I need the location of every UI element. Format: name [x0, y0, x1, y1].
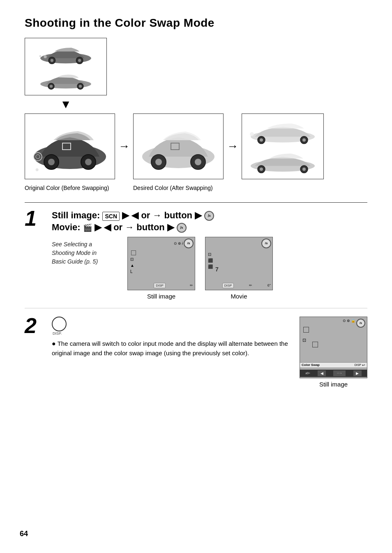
s2-ctrl-right: ▶ [353, 370, 362, 376]
still-bottom-bar: DISP ✏ [129, 283, 193, 288]
still-icon3: i [182, 241, 183, 245]
svg-point-35 [260, 168, 263, 171]
svg-point-32 [250, 132, 254, 137]
movie-bottom-bar: DISP ✏ 6" [207, 283, 271, 288]
s2-ctrl-middle: ···→ [333, 370, 346, 376]
step-1-note: See Selecting aShooting Mode inBasic Gui… [52, 240, 118, 300]
step-2-number: 2 [25, 315, 45, 336]
step-2-bullet-text: ●The camera will switch to color input m… [52, 339, 290, 358]
step-1-bottom: See Selecting aShooting Mode inBasic Gui… [52, 237, 367, 300]
still-camera-screen: ⊙ ⊚ i /s ⊡ ▲ L [127, 237, 195, 290]
svg-point-31 [302, 139, 306, 142]
still-li3: L [130, 269, 134, 274]
s2-left-icon: ⊡ [302, 338, 306, 343]
still-disp-btn: DISP [154, 283, 166, 288]
svg-point-11 [79, 85, 82, 88]
still-screen-label: Still image [147, 293, 175, 300]
still-arrow: ▶ ◀ or → button ▶ [122, 210, 204, 220]
s2-ctrl-left: ◀ [318, 370, 326, 376]
s2-ctrl-pm: ±0÷ [305, 372, 310, 375]
divider [25, 202, 367, 203]
desired-car-svg [137, 118, 219, 175]
movie-li3: ⬛ [208, 264, 213, 269]
still-li1: ⊡ [130, 257, 134, 261]
svg-point-9 [50, 85, 53, 88]
top-diagram: ▼ [25, 38, 367, 192]
svg-point-26 [195, 159, 201, 165]
arrow-down-icon: ▼ [60, 98, 71, 111]
original-car-svg: ⊕ [29, 118, 111, 175]
s2-icon2: ⊚ [347, 319, 350, 328]
still-icon2: ⊚ [178, 241, 181, 245]
movie-6t: 6" [267, 283, 271, 287]
diagram-labels: Original Color (Before Swapping) Desired… [25, 182, 224, 192]
scn-badge: SCN [102, 212, 120, 221]
svg-point-37 [302, 168, 306, 171]
color-swap-right: DISP ↩ [355, 363, 365, 367]
movie-mode-badge: /s [177, 223, 187, 233]
svg-text:⊕: ⊕ [35, 167, 39, 172]
still-bottom-icon: ✏ [190, 283, 193, 287]
step-1: 1 Still image: SCN ▶ ◀ or → button ▶ /s … [25, 209, 367, 308]
car-top-icon [35, 44, 97, 65]
diagram-middle-row: ⊕ → → [25, 113, 324, 179]
s2-bottom-controls: ±0÷ ◀ ···→ ▶ [300, 370, 367, 377]
still-label: Still image: [52, 210, 102, 220]
step-1-title: Still image: SCN ▶ ◀ or → button ▶ /s Mo… [52, 209, 367, 234]
page-number: 64 [20, 530, 28, 538]
step-2-camera-screen: ⊙ ⊚ 🔒 /s ⊡ Color Swap DISP [300, 317, 367, 378]
still-top-icons: ⊙ ⊚ i /s [174, 238, 194, 248]
disp-button-group: DISP. [52, 317, 290, 336]
movie-label: Movie: [52, 222, 83, 232]
movie-bottom-icon: ✏ [249, 283, 252, 287]
still-screen-group: ⊙ ⊚ i /s ⊡ ▲ L [127, 237, 195, 300]
still-left-icons: ⊡ ▲ L [130, 257, 134, 274]
movie-screen-label: Movie [231, 293, 247, 300]
movie-icon: 🎬 [83, 224, 92, 232]
svg-point-17 [85, 159, 92, 165]
arrow-right-2-icon: → [227, 140, 238, 153]
still-mode-badge: /s [204, 211, 214, 221]
s2-icon1: ⊙ [343, 319, 346, 328]
movie-mode-circle: /s [261, 238, 271, 248]
disp-text: DISP. [53, 331, 62, 336]
movie-left-icons: ⊡ ⬛ ⬛ [208, 252, 213, 269]
s2-sq1 [303, 327, 309, 333]
disp-circle-icon [52, 317, 67, 331]
s2-mode-circle: /s [356, 319, 365, 328]
step-2-content: DISP. ●The camera will switch to color i… [52, 317, 367, 388]
step-1-number: 1 [25, 208, 45, 229]
original-label: Original Color (Before Swapping) [25, 184, 115, 192]
svg-point-15 [48, 159, 55, 165]
result-car-top-svg [246, 118, 320, 145]
color-swap-text: Color Swap [302, 363, 320, 367]
still-focus-sq [131, 250, 136, 255]
movie-camera-screen: /s ⊡ ⬛ ⬛ 7 DISP ✏ 6" [205, 237, 273, 290]
step-1-content: Still image: SCN ▶ ◀ or → button ▶ /s Mo… [52, 209, 367, 300]
bullet-icon: ● [52, 340, 56, 347]
svg-point-4 [78, 59, 81, 62]
desired-label: Desired Color (After Swapping) [133, 184, 224, 192]
s2-sq2 [312, 342, 318, 347]
step-2-screen-label: Still image [319, 381, 348, 388]
svg-point-5 [44, 55, 46, 58]
step2-top-icons: ⊙ ⊚ 🔒 /s [343, 319, 365, 328]
step-2-inner: DISP. ●The camera will switch to color i… [52, 317, 367, 388]
step-2-left: DISP. ●The camera will switch to color i… [52, 317, 290, 358]
s2-disp-btn: DISP [355, 363, 361, 366]
svg-point-29 [260, 139, 263, 142]
car-stack-box [25, 38, 107, 95]
result-car-box [242, 113, 324, 179]
page-title: Shooting in the Color Swap Mode [25, 16, 367, 30]
desired-car-box [133, 113, 224, 179]
movie-li2: ⬛ [208, 258, 213, 263]
movie-screen-group: /s ⊡ ⬛ ⬛ 7 DISP ✏ 6" [205, 237, 273, 300]
result-car-bottom-svg [246, 148, 320, 174]
movie-top-icons: /s [261, 238, 271, 248]
movie-li1: ⊡ [208, 252, 213, 257]
svg-point-2 [51, 59, 53, 62]
still-mode-circle: /s [184, 238, 194, 248]
s2-icon3: 🔒 [351, 319, 355, 328]
movie-disp-btn: DISP [222, 283, 234, 288]
arrow-right-1-icon: → [118, 140, 130, 153]
